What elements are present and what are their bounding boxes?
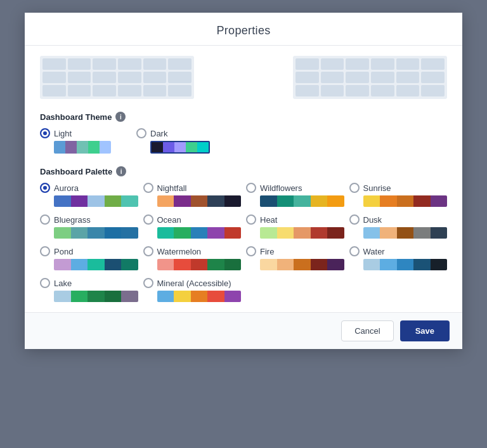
swatch [174,291,191,302]
dusk-strip [363,227,448,239]
modal-title: Properties [216,24,270,37]
palette-fire-label[interactable]: Fire [246,246,344,256]
preview-thumb-1 [40,56,194,99]
palette-option-aurora: Aurora [40,183,138,207]
swatch [294,195,311,207]
swatch [294,227,311,239]
swatch [71,291,88,302]
swatch [163,142,174,154]
swatch [380,195,397,207]
palette-option-ocean: Ocean [143,214,242,239]
palette-mineral-radio[interactable] [143,278,153,288]
palette-pond-label[interactable]: Pond [40,246,138,256]
palette-bluegrass-label[interactable]: Bluegrass [40,214,138,225]
swatch [88,291,105,302]
palette-sunrise-radio[interactable] [349,183,360,193]
palette-nightfall-radio[interactable] [143,183,153,193]
palette-lake-label[interactable]: Lake [40,278,138,288]
palette-pond-radio[interactable] [40,246,50,256]
palette-dusk-radio[interactable] [349,214,360,225]
swatch [363,259,380,270]
swatch [105,195,122,207]
swatch [431,195,448,207]
water-strip [363,259,448,270]
palette-mineral-label[interactable]: Mineral (Accessible) [143,278,242,288]
palette-wildflowers-radio[interactable] [246,183,256,193]
swatch [413,195,431,207]
thumb-cell [168,85,192,96]
palette-option-watermelon: Watermelon [143,246,242,270]
preview-row [40,56,447,99]
palette-bluegrass-radio[interactable] [40,214,50,225]
theme-light-text: Light [54,129,72,138]
swatch [191,227,208,239]
palette-info-icon[interactable]: i [116,166,126,176]
palette-lake-radio[interactable] [40,278,50,288]
palette-ocean-radio[interactable] [143,214,153,225]
swatch [88,259,105,270]
swatch [327,259,344,270]
thumb-cell [42,58,66,70]
preview-thumb-2 [293,56,447,99]
thumb-cell [68,72,91,83]
heat-strip [260,227,344,239]
swatch [105,259,122,270]
swatch [186,142,197,154]
palette-fire-radio[interactable] [246,246,256,256]
swatch [277,259,294,270]
theme-dark-label[interactable]: Dark [136,128,167,138]
thumb-cell [421,58,445,70]
palette-watermelon-text: Watermelon [157,247,202,256]
thumb-cell [93,72,116,83]
theme-light-radio[interactable] [40,128,50,138]
mineral-strip [157,291,242,302]
thumb-cell [93,58,116,70]
palette-water-label[interactable]: Water [349,246,448,256]
theme-info-icon[interactable]: i [115,112,126,122]
thumb-cell [93,85,116,96]
swatch [311,259,328,270]
palette-nightfall-label[interactable]: Nightfall [143,183,242,193]
palette-watermelon-label[interactable]: Watermelon [143,246,242,256]
theme-option-light: Light [40,128,111,154]
palette-dusk-label[interactable]: Dusk [349,214,448,225]
swatch [260,227,277,239]
palette-label-text: Dashboard Palette [40,167,112,176]
palette-ocean-label[interactable]: Ocean [143,214,242,225]
swatch [121,227,138,239]
swatch [413,259,431,270]
palette-heat-label[interactable]: Heat [246,214,344,225]
thumb-cell [42,85,66,96]
swatch [380,227,397,239]
palette-wildflowers-label[interactable]: Wildflowers [246,183,344,193]
palette-water-radio[interactable] [349,246,360,256]
swatch [65,141,77,154]
palette-watermelon-radio[interactable] [143,246,153,256]
swatch [207,259,224,270]
thumb-cell [168,58,192,70]
cancel-button[interactable]: Cancel [341,320,393,341]
palette-sunrise-text: Sunrise [363,183,391,193]
theme-light-label[interactable]: Light [40,128,72,138]
palette-option-mineral: Mineral (Accessible) [143,278,242,302]
swatch [71,227,88,239]
palette-heat-radio[interactable] [246,214,256,225]
palette-sunrise-label[interactable]: Sunrise [349,183,448,193]
swatch [311,195,328,207]
theme-dark-radio[interactable] [136,128,146,138]
spacer [224,56,263,99]
swatch [105,291,122,302]
palette-aurora-label[interactable]: Aurora [40,183,138,193]
palette-aurora-radio[interactable] [40,183,50,193]
palette-wildflowers-text: Wildflowers [260,183,302,193]
swatch [191,291,208,302]
dashboard-theme-label: Dashboard Theme i [40,112,447,122]
swatch [224,195,242,207]
swatch [363,227,380,239]
swatch [397,195,414,207]
palette-option-lake: Lake [40,278,138,302]
thumb-cell [42,72,66,83]
swatch [224,291,242,302]
save-button[interactable]: Save [400,320,450,341]
swatch [431,227,448,239]
